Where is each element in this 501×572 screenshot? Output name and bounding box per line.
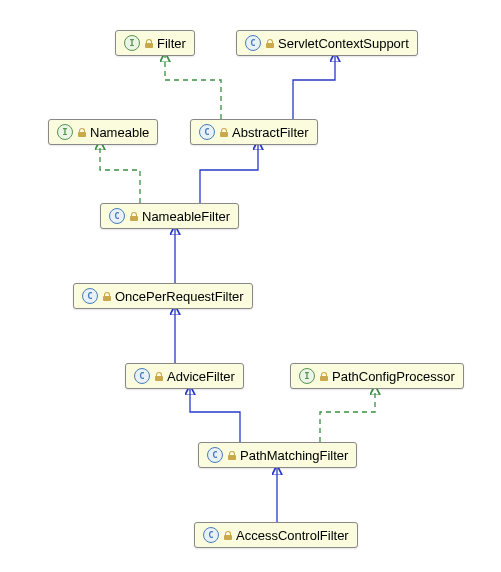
node-nameablefilter: CNameableFilter bbox=[100, 203, 239, 229]
node-label: Nameable bbox=[90, 125, 149, 140]
node-label: OncePerRequestFilter bbox=[115, 289, 244, 304]
class-icon: C bbox=[245, 35, 261, 51]
lock-icon bbox=[266, 39, 274, 48]
lock-icon bbox=[155, 372, 163, 381]
node-pathmatchingfilter: CPathMatchingFilter bbox=[198, 442, 357, 468]
lock-icon bbox=[145, 39, 153, 48]
diagram-canvas: IFilter CServletContextSupport INameable… bbox=[0, 0, 501, 572]
class-icon: C bbox=[82, 288, 98, 304]
node-accesscontrolfilter: CAccessControlFilter bbox=[194, 522, 358, 548]
node-label: ServletContextSupport bbox=[278, 36, 409, 51]
node-nameable: INameable bbox=[48, 119, 158, 145]
interface-icon: I bbox=[299, 368, 315, 384]
node-label: AccessControlFilter bbox=[236, 528, 349, 543]
lock-icon bbox=[228, 451, 236, 460]
node-pathconfigprocessor: IPathConfigProcessor bbox=[290, 363, 464, 389]
class-icon: C bbox=[199, 124, 215, 140]
class-icon: C bbox=[207, 447, 223, 463]
class-icon: C bbox=[134, 368, 150, 384]
lock-icon bbox=[320, 372, 328, 381]
node-label: AbstractFilter bbox=[232, 125, 309, 140]
node-label: Filter bbox=[157, 36, 186, 51]
node-advicefilter: CAdviceFilter bbox=[125, 363, 244, 389]
lock-icon bbox=[130, 212, 138, 221]
interface-icon: I bbox=[57, 124, 73, 140]
node-servletcontextsupport: CServletContextSupport bbox=[236, 30, 418, 56]
lock-icon bbox=[103, 292, 111, 301]
node-label: NameableFilter bbox=[142, 209, 230, 224]
lock-icon bbox=[220, 128, 228, 137]
node-label: PathConfigProcessor bbox=[332, 369, 455, 384]
node-label: PathMatchingFilter bbox=[240, 448, 348, 463]
node-label: AdviceFilter bbox=[167, 369, 235, 384]
lock-icon bbox=[224, 531, 232, 540]
class-icon: C bbox=[203, 527, 219, 543]
lock-icon bbox=[78, 128, 86, 137]
node-filter: IFilter bbox=[115, 30, 195, 56]
node-abstractfilter: CAbstractFilter bbox=[190, 119, 318, 145]
node-onceperrequestfilter: COncePerRequestFilter bbox=[73, 283, 253, 309]
class-icon: C bbox=[109, 208, 125, 224]
interface-icon: I bbox=[124, 35, 140, 51]
